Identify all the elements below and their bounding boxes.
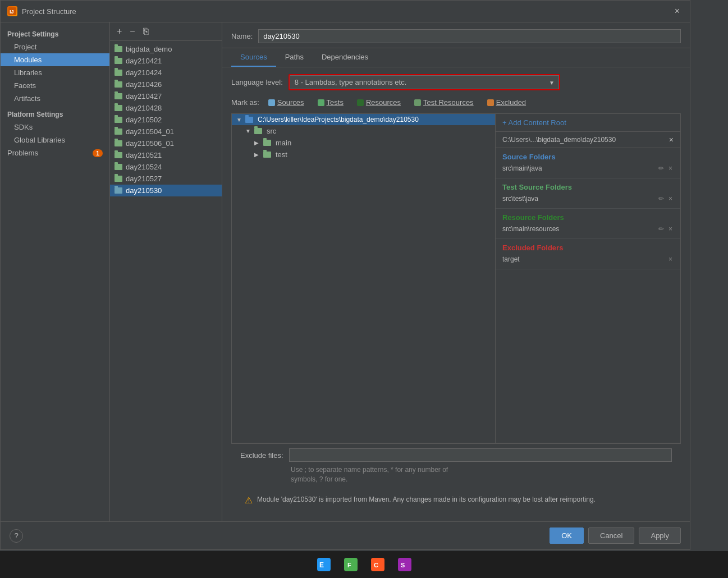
- resource-folder-path: src\main\resources: [502, 225, 657, 233]
- tree-item[interactable]: ▶ main: [232, 137, 495, 149]
- tree-item[interactable]: ▼ C:\Users\killer\IdeaProjects\bigdata_d…: [232, 114, 495, 125]
- sidebar-item-global-libraries[interactable]: Global Libraries: [1, 134, 109, 146]
- mark-as-tests-button[interactable]: Tests: [313, 97, 348, 108]
- mark-as-resources-button[interactable]: Resources: [352, 97, 405, 108]
- language-level-select-wrapper: 8 - Lambdas, type annotations etc. 11 - …: [289, 74, 560, 90]
- apply-button[interactable]: Apply: [639, 527, 681, 544]
- language-level-label: Language level:: [231, 78, 283, 86]
- test-source-folders-title: Test Source Folders: [502, 183, 674, 191]
- test-source-folder-actions: ✏ ×: [657, 195, 674, 203]
- folder-icon: [115, 176, 122, 182]
- module-item[interactable]: day210424: [110, 67, 222, 79]
- problems-label: Problems: [7, 149, 38, 157]
- warning-text: Module 'day210530' is imported from Mave…: [257, 494, 596, 504]
- tab-paths[interactable]: Paths: [276, 48, 313, 67]
- module-item[interactable]: day210428: [110, 102, 222, 114]
- help-button[interactable]: ?: [10, 529, 23, 543]
- add-module-button[interactable]: +: [115, 26, 124, 37]
- remove-resource-folder-button[interactable]: ×: [667, 225, 674, 233]
- edit-test-folder-button[interactable]: ✏: [657, 195, 665, 203]
- remove-module-button[interactable]: −: [127, 26, 137, 37]
- close-button[interactable]: ×: [671, 5, 683, 17]
- expand-arrow-icon: ▶: [254, 140, 261, 146]
- folder-icon: [245, 117, 253, 123]
- resources-btn-label: Resources: [366, 98, 401, 107]
- mark-as-test-resources-button[interactable]: Test Resources: [410, 97, 478, 108]
- module-name-input[interactable]: [258, 29, 681, 43]
- module-item[interactable]: day210427: [110, 90, 222, 102]
- folder-icon: [115, 93, 122, 99]
- module-item[interactable]: day210421: [110, 55, 222, 67]
- sidebar-item-sdks[interactable]: SDKs: [1, 121, 109, 134]
- resource-folders-title: Resource Folders: [502, 213, 674, 222]
- module-list: bigdata_demo day210421 day210424 day2104…: [110, 41, 222, 521]
- folder-icon: [115, 70, 122, 76]
- folder-icon: [115, 152, 122, 158]
- remove-excluded-folder-button[interactable]: ×: [667, 255, 674, 263]
- folder-icon: [115, 81, 122, 88]
- excluded-folder-entry: target ×: [502, 254, 674, 264]
- cancel-button[interactable]: Cancel: [588, 527, 634, 544]
- remove-source-folder-button[interactable]: ×: [667, 164, 674, 172]
- module-item[interactable]: day210506_01: [110, 137, 222, 149]
- source-folder-actions: ✏ ×: [657, 164, 674, 172]
- taskbar-item[interactable]: F: [341, 554, 361, 575]
- folder-icon: [115, 187, 122, 194]
- copy-module-button[interactable]: ⎘: [141, 26, 151, 37]
- folder-icon: [115, 140, 122, 146]
- mark-as-sources-button[interactable]: Sources: [264, 97, 309, 108]
- module-item[interactable]: day210504_01: [110, 126, 222, 137]
- language-level-select[interactable]: 8 - Lambdas, type annotations etc. 11 - …: [290, 75, 559, 89]
- module-item[interactable]: day210426: [110, 79, 222, 90]
- exclude-files-label: Exclude files:: [240, 451, 283, 460]
- sidebar-item-problems[interactable]: Problems 1: [1, 146, 109, 159]
- remove-test-folder-button[interactable]: ×: [667, 195, 674, 203]
- source-folders-title: Source Folders: [502, 153, 674, 161]
- folder-icon: [115, 164, 122, 170]
- sidebar-item-artifacts[interactable]: Artifacts: [1, 92, 109, 105]
- file-tree: ▼ C:\Users\killer\IdeaProjects\bigdata_d…: [232, 114, 495, 443]
- platform-settings-label: Platform Settings: [1, 105, 109, 121]
- tree-item[interactable]: ▶ test: [232, 149, 495, 160]
- module-item[interactable]: day210524: [110, 161, 222, 173]
- edit-resource-folder-button[interactable]: ✏: [657, 225, 665, 233]
- taskbar-item[interactable]: E: [314, 554, 334, 575]
- ok-button[interactable]: OK: [550, 527, 584, 544]
- module-item-active[interactable]: day210530: [110, 185, 222, 196]
- test-resources-btn-label: Test Resources: [423, 98, 474, 107]
- sources-btn-label: Sources: [277, 98, 304, 107]
- sidebar-item-facets[interactable]: Facets: [1, 79, 109, 92]
- module-item[interactable]: day210527: [110, 173, 222, 185]
- tree-item[interactable]: ▼ src: [232, 125, 495, 137]
- add-content-root-button[interactable]: + Add Content Root: [502, 118, 566, 127]
- svg-text:E: E: [319, 561, 324, 569]
- source-folder-path: src\main\java: [502, 164, 657, 172]
- module-item[interactable]: day210502: [110, 114, 222, 126]
- taskbar-item[interactable]: C: [368, 554, 388, 575]
- taskbar-item[interactable]: S: [395, 554, 415, 575]
- dialog-body: Project Settings Project Modules Librari…: [1, 22, 690, 521]
- mark-as-label: Mark as:: [231, 98, 259, 107]
- warning-row: ⚠ Module 'day210530' is imported from Ma…: [240, 490, 672, 510]
- test-source-folder-entry: src\test\java ✏ ×: [502, 194, 674, 204]
- tab-sources[interactable]: Sources: [231, 48, 276, 67]
- tree-item-label: test: [276, 150, 287, 159]
- excluded-folder-path: target: [502, 255, 667, 263]
- close-folder-button[interactable]: ×: [669, 135, 674, 144]
- svg-text:IJ: IJ: [10, 9, 14, 15]
- module-item[interactable]: day210521: [110, 149, 222, 161]
- sidebar: Project Settings Project Modules Librari…: [1, 22, 110, 521]
- project-settings-label: Project Settings: [1, 27, 109, 40]
- sidebar-item-modules[interactable]: Modules: [1, 53, 109, 66]
- mark-as-excluded-button[interactable]: Excluded: [483, 97, 530, 108]
- sidebar-item-libraries[interactable]: Libraries: [1, 66, 109, 79]
- tab-dependencies[interactable]: Dependencies: [313, 48, 377, 67]
- test-resources-icon: [414, 99, 421, 106]
- tests-icon: [318, 99, 324, 106]
- edit-source-folder-button[interactable]: ✏: [657, 164, 665, 172]
- exclude-files-input[interactable]: [289, 448, 672, 462]
- sidebar-item-project[interactable]: Project: [1, 40, 109, 53]
- svg-text:S: S: [401, 562, 405, 568]
- problems-badge: 1: [93, 149, 103, 157]
- module-item[interactable]: bigdata_demo: [110, 43, 222, 55]
